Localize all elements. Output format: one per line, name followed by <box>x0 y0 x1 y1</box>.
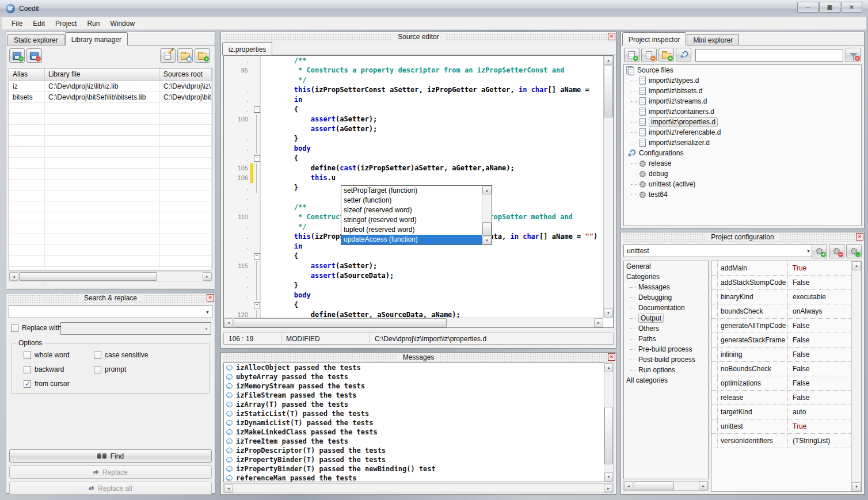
code-line[interactable]: . assert(aGetter); <box>224 124 603 134</box>
fold-marker-icon[interactable] <box>253 154 261 163</box>
completion-scrollbar[interactable]: ▲ ▼ <box>482 186 492 245</box>
category-hscrollbar[interactable]: ◄ ► <box>623 481 709 491</box>
remove-configuration-button[interactable]: − <box>829 244 844 258</box>
property-value[interactable]: (TStringList) <box>788 434 861 448</box>
property-value[interactable]: False <box>788 348 861 361</box>
tree-item[interactable]: import\iz\types.d <box>624 75 861 86</box>
code-line[interactable]: 120 define(aSetter, aSourceData, aName); <box>224 310 603 318</box>
category-item[interactable]: Messages <box>624 282 708 292</box>
scrollbar-thumb[interactable] <box>482 222 492 236</box>
checkbox-prompt[interactable] <box>94 366 101 373</box>
tree-item[interactable]: import\iz\serializer.d <box>624 138 861 148</box>
tree-item[interactable]: import\iz\bitsets.d <box>624 86 861 96</box>
code-line[interactable]: . body <box>224 291 603 300</box>
clear-filter-button[interactable]: × <box>846 48 861 62</box>
tree-item[interactable]: release <box>624 158 861 169</box>
property-value[interactable]: False <box>788 333 861 347</box>
message-item[interactable]: izDynamicList(T) passed the tests <box>224 418 613 428</box>
property-value[interactable]: onAlways <box>788 304 861 318</box>
tree-item[interactable]: import\iz\containers.d <box>624 106 861 117</box>
completion-item[interactable]: setPropTarget (function) <box>341 186 482 196</box>
tree-item[interactable]: test64 <box>624 189 861 200</box>
table-row[interactable]: bitsetsC:\Dev\dproj\bitSet\lib\bitsets.l… <box>9 92 212 103</box>
property-value[interactable]: False <box>788 362 861 376</box>
edit-alias-button[interactable] <box>160 48 176 63</box>
close-panel-icon[interactable]: × <box>207 294 214 301</box>
minimize-button[interactable]: ─ <box>797 2 818 13</box>
property-value[interactable]: False <box>788 376 861 390</box>
scroll-up-arrow[interactable]: ▲ <box>482 186 492 194</box>
property-value[interactable]: True <box>788 419 861 433</box>
find-button[interactable]: Find <box>9 449 212 463</box>
code-line[interactable]: 106 this.u <box>224 173 603 183</box>
category-item[interactable]: Pre-build process <box>624 344 708 354</box>
library-hscrollbar[interactable]: ◄ ► <box>9 272 212 281</box>
message-item[interactable]: referenceMan passed the tests <box>224 474 613 482</box>
category-item[interactable]: Run options <box>624 365 708 375</box>
code-line[interactable]: 95 * Constructs a property descriptor fr… <box>224 66 603 75</box>
scroll-left-arrow[interactable]: ◄ <box>9 272 18 281</box>
tree-group-files[interactable]: Source files <box>624 65 861 75</box>
category-item[interactable]: Post-build process <box>624 354 708 365</box>
code-line[interactable]: 115 assert(aSetter); <box>224 261 603 271</box>
menu-run[interactable]: Run <box>82 18 105 29</box>
tree-item[interactable]: debug <box>624 169 861 179</box>
property-value[interactable]: False <box>788 276 861 289</box>
code-line[interactable]: . { <box>224 105 603 114</box>
message-item[interactable]: izMakeLinkedClass passed the tests <box>224 428 613 437</box>
tree-item[interactable]: import\iz\streams.d <box>624 96 861 106</box>
menu-file[interactable]: File <box>6 18 28 29</box>
scroll-left-arrow[interactable]: ◄ <box>624 482 633 490</box>
property-value[interactable]: auto <box>788 405 861 419</box>
scroll-down-arrow[interactable]: ▼ <box>604 472 613 482</box>
replace-all-button[interactable]: ab Replace all <box>9 482 212 495</box>
code-line[interactable]: . /** <box>224 56 603 66</box>
scroll-up-arrow[interactable]: ▲ <box>604 363 613 372</box>
code-line[interactable]: . } <box>224 281 603 291</box>
property-vscrollbar[interactable]: ▲ ▼ <box>851 261 861 491</box>
category-item[interactable]: Documentation <box>624 303 708 313</box>
message-item[interactable]: izArray(T) passed the tests <box>224 400 613 409</box>
open-library-button[interactable]: ◆ <box>177 48 193 63</box>
property-row[interactable]: binaryKindexecutable <box>711 290 861 304</box>
property-row[interactable]: targetKindauto <box>711 405 861 419</box>
close-button[interactable]: ✕ <box>841 2 862 13</box>
add-source-folder-button[interactable]: + <box>195 48 210 63</box>
property-row[interactable]: inliningFalse <box>711 348 861 362</box>
category-item[interactable]: Paths <box>624 334 708 344</box>
close-panel-icon[interactable]: × <box>608 353 615 361</box>
checkbox-whole-word[interactable] <box>24 352 31 359</box>
completion-item[interactable]: stringof (reserved word) <box>341 215 482 225</box>
chevron-down-icon[interactable]: ▼ <box>806 245 810 257</box>
message-item[interactable]: ubyteArray passed the tests <box>224 372 613 381</box>
fold-marker-icon[interactable] <box>253 300 261 310</box>
scroll-up-arrow[interactable]: ▲ <box>852 261 861 270</box>
property-row[interactable]: unittestTrue <box>711 419 861 434</box>
remove-file-button[interactable]: − <box>641 48 657 62</box>
tools-button[interactable] <box>676 48 691 62</box>
property-value[interactable]: False <box>788 391 861 404</box>
property-row[interactable]: versionIdentifiers(TStringList) <box>711 434 861 448</box>
checkbox-case-sensitive[interactable] <box>94 352 101 359</box>
tab-library-manager[interactable]: Library manager <box>65 32 128 45</box>
message-item[interactable]: izStaticList(T) passed the tests <box>224 409 613 418</box>
property-row[interactable]: boundsCheckonAlways <box>711 304 861 319</box>
code-line[interactable]: . { <box>224 300 603 310</box>
message-item[interactable]: izPropDescriptor(T) passed the tests <box>224 446 613 455</box>
fold-marker-icon[interactable] <box>253 105 261 114</box>
code-line[interactable]: 100 assert(aSetter); <box>224 114 603 124</box>
category-item[interactable]: Debugging <box>624 292 708 303</box>
code-line[interactable]: . this(izPropSetterConst aSetter, izProp… <box>224 85 603 95</box>
property-row[interactable]: addStackStompCodeFalse <box>711 276 861 290</box>
completion-item[interactable]: updateAccess (function) <box>341 235 482 245</box>
code-line[interactable]: . { <box>224 251 603 261</box>
search-term-combo[interactable]: ▼ <box>9 306 212 318</box>
scroll-left-arrow[interactable]: ◄ <box>224 318 233 327</box>
property-row[interactable]: noBoundsCheckFalse <box>711 362 861 376</box>
tree-item[interactable]: import\iz\referencable.d <box>624 127 861 138</box>
property-value[interactable]: False <box>788 319 861 333</box>
code-line[interactable]: . body <box>224 144 603 154</box>
menu-project[interactable]: Project <box>50 18 82 29</box>
close-panel-icon[interactable]: × <box>856 233 863 241</box>
close-panel-icon[interactable]: × <box>608 33 615 40</box>
